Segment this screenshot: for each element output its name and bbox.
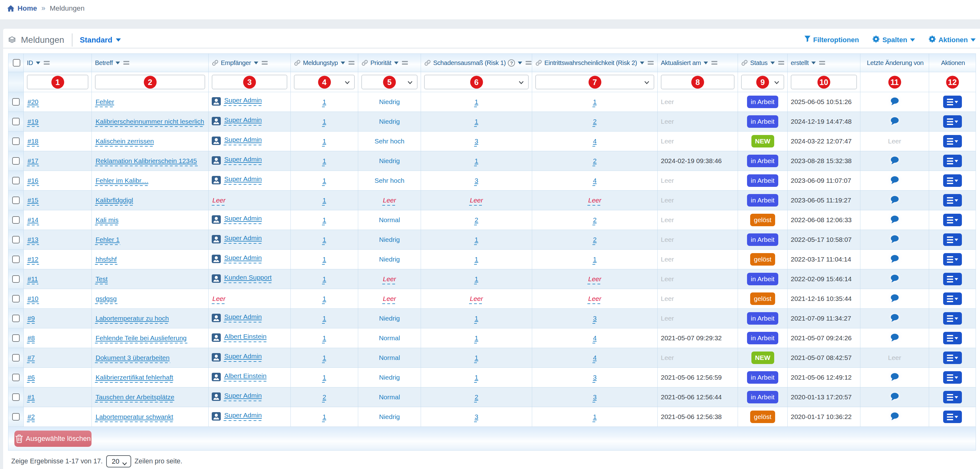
row-actions-button[interactable] [943, 411, 962, 423]
schadensausmass-leer[interactable]: Leer [469, 295, 484, 304]
id-link[interactable]: #17 [27, 157, 39, 166]
empfaenger-link[interactable]: Albert Einstein [224, 372, 267, 381]
row-actions-button[interactable] [943, 332, 962, 345]
id-link[interactable]: #18 [27, 137, 39, 147]
row-checkbox[interactable] [12, 137, 20, 145]
sort-caret-icon[interactable] [394, 62, 398, 64]
meldungstyp-link[interactable]: 1 [322, 413, 327, 422]
schadensausmass-link[interactable]: 1 [474, 118, 479, 127]
eintritt-link[interactable]: 2 [592, 118, 597, 127]
id-link[interactable]: #6 [27, 374, 35, 383]
column-menu-icon[interactable] [526, 61, 531, 65]
row-actions-button[interactable] [943, 214, 962, 226]
eintritt-link[interactable]: 3 [592, 393, 597, 402]
row-actions-button[interactable] [943, 351, 962, 364]
betreff-link[interactable]: Fehler [95, 98, 115, 107]
id-link[interactable]: #7 [27, 354, 35, 363]
betreff-link[interactable]: Labortemperatur zu hoch [95, 315, 170, 324]
id-link[interactable]: #2 [27, 413, 35, 422]
id-link[interactable]: #16 [27, 177, 39, 186]
column-menu-icon[interactable] [819, 61, 825, 65]
sort-caret-icon[interactable] [116, 62, 120, 64]
row-actions-button[interactable] [943, 174, 962, 187]
row-checkbox[interactable] [12, 374, 20, 381]
empfaenger-link[interactable]: Albert Einstein [224, 333, 267, 342]
empfaenger-leer[interactable]: Leer [212, 196, 226, 206]
row-checkbox[interactable] [12, 315, 20, 322]
meldungstyp-link[interactable]: 1 [322, 275, 327, 284]
id-link[interactable]: #14 [27, 216, 39, 225]
empfaenger-link[interactable]: Super Admin [224, 136, 262, 145]
row-checkbox[interactable] [12, 334, 20, 342]
comment-icon[interactable] [890, 156, 899, 165]
empfaenger-link[interactable]: Super Admin [224, 116, 262, 126]
prioritaet-leer[interactable]: Leer [382, 275, 397, 284]
betreff-link[interactable]: gsdgsg [95, 295, 118, 304]
empfaenger-link[interactable]: Super Admin [224, 156, 262, 165]
schadensausmass-link[interactable]: 1 [474, 98, 479, 107]
empfaenger-link[interactable]: Super Admin [224, 254, 262, 263]
eintritt-link[interactable]: 4 [592, 177, 597, 186]
breadcrumb-home-link[interactable]: Home [7, 4, 37, 13]
sort-caret-icon[interactable] [811, 62, 816, 64]
id-link[interactable]: #15 [27, 196, 39, 206]
eintritt-link[interactable]: 1 [592, 98, 597, 107]
schadensausmass-link[interactable]: 1 [474, 255, 479, 265]
row-checkbox[interactable] [12, 216, 20, 224]
id-link[interactable]: #8 [27, 334, 35, 343]
betreff-link[interactable]: Kalibrierzertifikat fehlerhaft [95, 374, 174, 383]
comment-icon[interactable] [890, 116, 899, 125]
schadensausmass-link[interactable]: 1 [474, 334, 479, 343]
eintritt-link[interactable]: 3 [592, 374, 597, 383]
row-checkbox[interactable] [12, 295, 20, 303]
row-checkbox[interactable] [12, 157, 20, 165]
schadensausmass-link[interactable]: 1 [474, 157, 479, 166]
sort-caret-icon[interactable] [703, 62, 708, 64]
row-actions-button[interactable] [943, 253, 962, 266]
betreff-link[interactable]: Kalibrierscheinnummer nicht leserlich [95, 118, 205, 127]
betreff-link[interactable]: Dokument 3 überarbeiten [95, 354, 170, 363]
meldungstyp-link[interactable]: 1 [322, 177, 327, 186]
comment-icon[interactable] [890, 333, 899, 342]
comment-icon[interactable] [890, 97, 899, 105]
row-checkbox[interactable] [12, 354, 20, 362]
eintritt-link[interactable]: 2 [592, 157, 597, 166]
prioritaet-leer[interactable]: Leer [382, 196, 397, 206]
eintritt-link[interactable]: 3 [592, 315, 597, 324]
eintritt-link[interactable]: 1 [592, 255, 597, 265]
column-menu-icon[interactable] [44, 61, 50, 65]
row-checkbox[interactable] [12, 413, 20, 421]
row-actions-button[interactable] [943, 233, 962, 246]
schadensausmass-link[interactable]: 1 [474, 315, 479, 324]
empfaenger-link[interactable]: Kunden Support [224, 274, 272, 283]
empfaenger-link[interactable]: Super Admin [224, 353, 262, 362]
eintritt-link[interactable]: 2 [592, 236, 597, 245]
row-actions-button[interactable] [943, 96, 962, 108]
betreff-link[interactable]: Fehlende Teile bei Auslieferung [95, 334, 188, 343]
schadensausmass-link[interactable]: 1 [474, 275, 479, 284]
schadensausmass-link[interactable]: 2 [474, 393, 479, 402]
meldungstyp-link[interactable]: 1 [322, 196, 327, 206]
sort-caret-icon[interactable] [36, 62, 40, 64]
row-actions-button[interactable] [943, 135, 962, 147]
betreff-link[interactable]: Tauschen der Arbeitsplätze [95, 393, 175, 402]
comment-icon[interactable] [890, 372, 899, 381]
column-menu-icon[interactable] [711, 61, 718, 65]
betreff-link[interactable]: Test [95, 275, 108, 284]
comment-icon[interactable] [890, 294, 899, 303]
betreff-link[interactable]: Kalibrfldgdjgl [95, 196, 134, 206]
id-link[interactable]: #9 [27, 315, 35, 324]
schadensausmass-link[interactable]: 3 [474, 137, 479, 147]
schadensausmass-link[interactable]: 1 [474, 354, 479, 363]
id-link[interactable]: #12 [27, 255, 39, 265]
row-checkbox[interactable] [12, 98, 20, 105]
row-checkbox[interactable] [12, 177, 20, 184]
columns-button[interactable]: Spalten [873, 36, 915, 45]
meldungstyp-link[interactable]: 2 [322, 393, 327, 402]
comment-icon[interactable] [890, 313, 899, 322]
row-checkbox[interactable] [12, 275, 20, 283]
row-actions-button[interactable] [943, 391, 962, 404]
comment-icon[interactable] [890, 412, 899, 421]
column-menu-icon[interactable] [648, 61, 654, 65]
eintritt-leer[interactable]: Leer [587, 196, 602, 206]
